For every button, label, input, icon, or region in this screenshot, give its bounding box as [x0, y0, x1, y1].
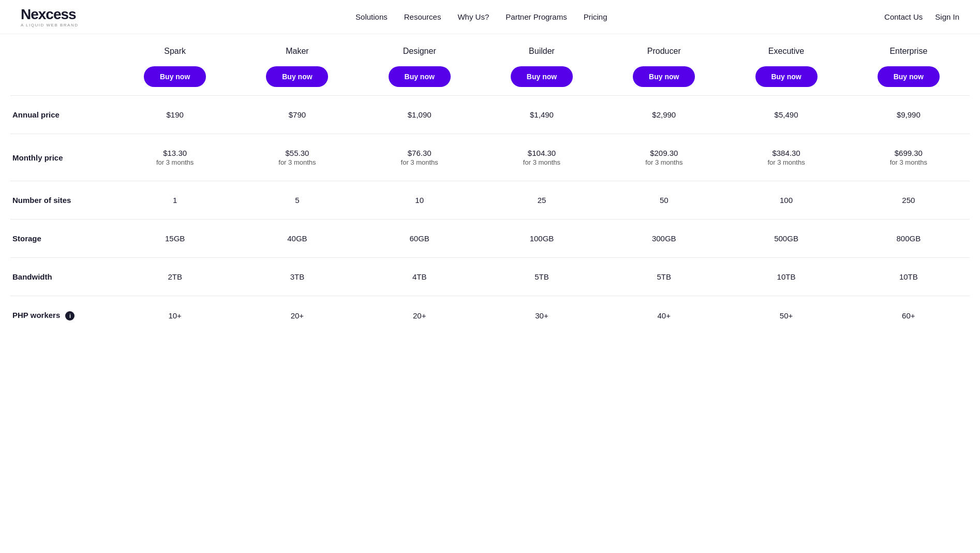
nav-link[interactable]: Pricing: [584, 12, 607, 21]
row-cell: 5TB: [481, 258, 603, 296]
monthly-amount: $104.30: [528, 149, 556, 157]
monthly-duration: for 3 months: [645, 158, 682, 166]
row-cell: 30+: [481, 296, 603, 336]
row-cell: 4TB: [359, 258, 481, 296]
row-label: PHP workers i: [10, 296, 114, 336]
row-cell: 3TB: [236, 258, 358, 296]
nav-link[interactable]: Solutions: [355, 12, 388, 21]
plan-name: Builder: [481, 34, 603, 62]
nav-link[interactable]: Partner Programs: [506, 12, 567, 21]
row-cell: $384.30for 3 months: [725, 134, 847, 181]
row-cell: 100: [725, 181, 847, 220]
buy-now-button-builder[interactable]: Buy now: [511, 66, 573, 87]
row-cell: $790: [236, 96, 358, 134]
plan-name: Maker: [236, 34, 358, 62]
nav-link[interactable]: Why Us?: [457, 12, 489, 21]
row-label: Number of sites: [10, 181, 114, 220]
monthly-amount: $55.30: [285, 149, 309, 157]
row-cell: 40GB: [236, 220, 358, 258]
plan-name: Designer: [359, 34, 481, 62]
row-cell: $9,990: [848, 96, 970, 134]
row-cell: 40+: [603, 296, 725, 336]
nav-right-link[interactable]: Sign In: [935, 12, 959, 21]
buy-now-button-maker[interactable]: Buy now: [266, 66, 328, 87]
row-cell: 10TB: [848, 258, 970, 296]
nav-right-link[interactable]: Contact Us: [884, 12, 923, 21]
plan-name: Spark: [114, 34, 236, 62]
row-cell: 500GB: [725, 220, 847, 258]
row-cell: $13.30for 3 months: [114, 134, 236, 181]
row-cell: 2TB: [114, 258, 236, 296]
row-cell: $2,990: [603, 96, 725, 134]
logo: Nexcess A LIQUID WEB BRAND: [21, 6, 78, 27]
monthly-duration: for 3 months: [156, 158, 194, 166]
pricing-table: SparkMakerDesignerBuilderProducerExecuti…: [10, 34, 970, 335]
row-cell: 100GB: [481, 220, 603, 258]
row-cell: $699.30for 3 months: [848, 134, 970, 181]
main-nav: Nexcess A LIQUID WEB BRAND SolutionsReso…: [0, 0, 980, 34]
row-cell: 10TB: [725, 258, 847, 296]
row-cell: 50+: [725, 296, 847, 336]
row-cell: $209.30for 3 months: [603, 134, 725, 181]
row-cell: $76.30for 3 months: [359, 134, 481, 181]
logo-text: Nexcess: [21, 6, 78, 23]
monthly-amount: $699.30: [895, 149, 923, 157]
row-cell: 800GB: [848, 220, 970, 258]
row-cell: $1,090: [359, 96, 481, 134]
row-label: Monthly price: [10, 134, 114, 181]
row-cell: 15GB: [114, 220, 236, 258]
plan-name: Enterprise: [848, 34, 970, 62]
info-icon[interactable]: i: [65, 311, 75, 321]
monthly-amount: $13.30: [163, 149, 187, 157]
buy-now-button-designer[interactable]: Buy now: [389, 66, 451, 87]
row-cell: 250: [848, 181, 970, 220]
monthly-amount: $209.30: [650, 149, 678, 157]
row-cell: 20+: [359, 296, 481, 336]
row-cell: 10: [359, 181, 481, 220]
nav-right-links: Contact UsSign In: [884, 12, 959, 21]
row-cell: 60GB: [359, 220, 481, 258]
row-cell: 25: [481, 181, 603, 220]
row-cell: $55.30for 3 months: [236, 134, 358, 181]
monthly-duration: for 3 months: [278, 158, 316, 166]
monthly-duration: for 3 months: [890, 158, 927, 166]
logo-subtitle: A LIQUID WEB BRAND: [21, 23, 78, 27]
plan-name: Executive: [725, 34, 847, 62]
row-cell: 50: [603, 181, 725, 220]
row-cell: 5: [236, 181, 358, 220]
row-cell: 5TB: [603, 258, 725, 296]
row-cell: $104.30for 3 months: [481, 134, 603, 181]
nav-link[interactable]: Resources: [404, 12, 441, 21]
monthly-amount: $384.30: [772, 149, 800, 157]
row-cell: $5,490: [725, 96, 847, 134]
row-cell: 60+: [848, 296, 970, 336]
pricing-table-wrapper: SparkMakerDesignerBuilderProducerExecuti…: [0, 34, 980, 356]
nav-links: SolutionsResourcesWhy Us?Partner Program…: [355, 12, 607, 21]
monthly-amount: $76.30: [408, 149, 432, 157]
row-cell: 10+: [114, 296, 236, 336]
monthly-duration: for 3 months: [401, 158, 438, 166]
row-cell: $190: [114, 96, 236, 134]
buy-now-button-producer[interactable]: Buy now: [633, 66, 695, 87]
row-label: Bandwidth: [10, 258, 114, 296]
monthly-duration: for 3 months: [767, 158, 805, 166]
buy-now-button-enterprise[interactable]: Buy now: [878, 66, 940, 87]
row-cell: 1: [114, 181, 236, 220]
row-label: Storage: [10, 220, 114, 258]
buy-now-button-spark[interactable]: Buy now: [144, 66, 206, 87]
monthly-duration: for 3 months: [523, 158, 560, 166]
row-cell: $1,490: [481, 96, 603, 134]
buy-now-button-executive[interactable]: Buy now: [755, 66, 818, 87]
row-cell: 300GB: [603, 220, 725, 258]
row-cell: 20+: [236, 296, 358, 336]
plan-name: Producer: [603, 34, 725, 62]
row-label: Annual price: [10, 96, 114, 134]
